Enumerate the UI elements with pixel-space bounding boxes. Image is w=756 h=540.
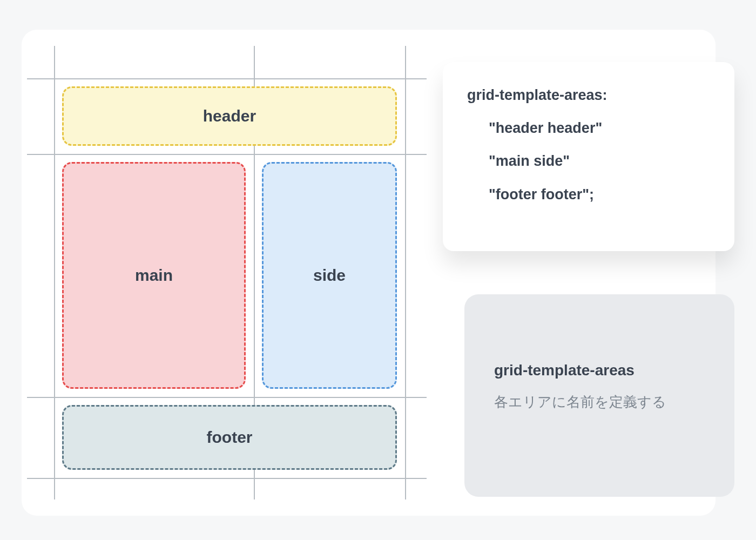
area-label-side: side <box>313 266 346 285</box>
code-row-3: "footer footer"; <box>467 183 710 206</box>
code-property-line: grid-template-areas: <box>467 84 710 107</box>
grid-row-line-1 <box>27 78 427 79</box>
grid-column-line-1 <box>54 46 55 500</box>
grid-visual: header main side footer <box>27 46 427 500</box>
grid-area-footer: footer <box>62 405 397 470</box>
code-row-2: "main side" <box>467 150 710 173</box>
area-label-footer: footer <box>207 428 253 447</box>
grid-row-line-4 <box>27 478 427 479</box>
css-code-block: grid-template-areas: "header header" "ma… <box>443 62 734 251</box>
grid-area-main: main <box>62 162 246 389</box>
area-label-main: main <box>135 266 173 285</box>
code-row-1: "header header" <box>467 117 710 140</box>
grid-area-side: side <box>262 162 397 389</box>
description-title: grid-template-areas <box>494 362 705 379</box>
grid-area-header: header <box>62 86 397 146</box>
diagram-canvas: header main side footer grid-template-ar… <box>22 30 716 516</box>
area-label-header: header <box>203 107 256 125</box>
grid-row-line-2 <box>27 154 427 155</box>
description-text: 各エリアに名前を定義する <box>494 391 705 413</box>
grid-column-line-3 <box>405 46 406 500</box>
description-card: grid-template-areas 各エリアに名前を定義する <box>464 294 734 497</box>
grid-row-line-3 <box>27 397 427 398</box>
